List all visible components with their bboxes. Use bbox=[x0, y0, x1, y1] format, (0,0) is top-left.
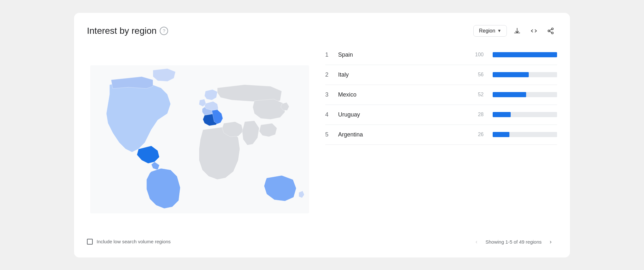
rank-country-name: Spain bbox=[338, 51, 466, 58]
world-map-svg bbox=[90, 65, 309, 213]
rank-number: 1 bbox=[325, 51, 333, 58]
bar-fill bbox=[493, 112, 511, 117]
rank-score: 52 bbox=[471, 92, 484, 98]
page-title: Interest by region bbox=[87, 26, 156, 36]
rankings-area: 1 Spain 100 2 Italy 56 3 bbox=[312, 45, 557, 247]
embed-button[interactable] bbox=[527, 24, 540, 37]
main-content: Include low search volume regions 1 Spai… bbox=[87, 45, 557, 247]
download-button[interactable] bbox=[511, 24, 524, 37]
rank-number: 4 bbox=[325, 111, 333, 118]
rank-list: 1 Spain 100 2 Italy 56 3 bbox=[325, 45, 557, 230]
svg-line-4 bbox=[550, 29, 552, 30]
svg-line-3 bbox=[550, 31, 552, 33]
share-icon bbox=[547, 27, 554, 34]
bar-fill bbox=[493, 132, 509, 137]
map-footer: Include low search volume regions bbox=[87, 239, 312, 247]
map-area: Include low search volume regions bbox=[87, 45, 312, 247]
rank-score: 26 bbox=[471, 132, 484, 137]
rank-row: 2 Italy 56 bbox=[325, 65, 557, 85]
prev-page-button[interactable]: ‹ bbox=[471, 237, 482, 247]
bar-container bbox=[493, 52, 557, 57]
rank-number: 5 bbox=[325, 131, 333, 138]
rank-score: 28 bbox=[471, 112, 484, 117]
rank-country-name: Uruguay bbox=[338, 111, 466, 118]
interest-by-region-card: Interest by region ? Region ▼ bbox=[74, 13, 570, 257]
pagination: ‹ Showing 1-5 of 49 regions › bbox=[325, 230, 557, 247]
rank-row: 3 Mexico 52 bbox=[325, 85, 557, 105]
rank-score: 56 bbox=[471, 72, 484, 78]
rank-row: 5 Argentina 26 bbox=[325, 125, 557, 145]
rank-number: 2 bbox=[325, 71, 333, 78]
toolbar: Region ▼ bbox=[473, 24, 557, 37]
region-dropdown-button[interactable]: Region ▼ bbox=[473, 25, 507, 37]
share-button[interactable] bbox=[544, 24, 557, 37]
bar-fill bbox=[493, 52, 557, 57]
rank-country-name: Italy bbox=[338, 71, 466, 78]
bar-container bbox=[493, 112, 557, 117]
bar-fill bbox=[493, 92, 526, 97]
rank-row: 1 Spain 100 bbox=[325, 45, 557, 65]
title-group: Interest by region ? bbox=[87, 26, 168, 36]
bar-container bbox=[493, 72, 557, 77]
world-map[interactable] bbox=[87, 45, 312, 234]
rank-country-name: Argentina bbox=[338, 131, 466, 138]
rank-score: 100 bbox=[471, 52, 484, 58]
bar-fill bbox=[493, 72, 529, 77]
download-icon bbox=[514, 27, 521, 34]
next-page-button[interactable]: › bbox=[545, 237, 556, 247]
checkbox-label: Include low search volume regions bbox=[97, 239, 171, 244]
pagination-text: Showing 1-5 of 49 regions bbox=[486, 239, 542, 245]
card-header: Interest by region ? Region ▼ bbox=[87, 24, 557, 37]
chevron-down-icon: ▼ bbox=[497, 28, 501, 33]
low-volume-checkbox[interactable] bbox=[87, 239, 93, 245]
bar-container bbox=[493, 92, 557, 97]
rank-country-name: Mexico bbox=[338, 91, 466, 98]
bar-container bbox=[493, 132, 557, 137]
help-icon[interactable]: ? bbox=[160, 27, 168, 35]
embed-icon bbox=[530, 27, 537, 34]
rank-row: 4 Uruguay 28 bbox=[325, 105, 557, 125]
rank-number: 3 bbox=[325, 91, 333, 98]
